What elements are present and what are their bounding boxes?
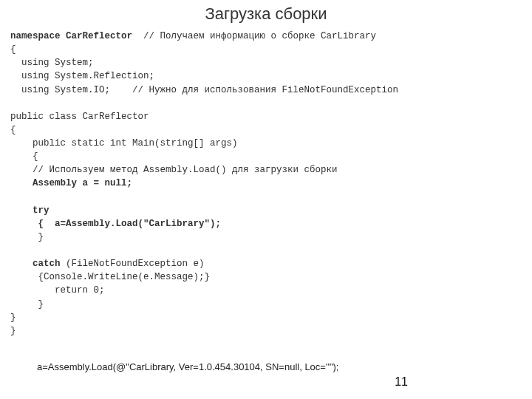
slide-title: Загрузка сборки [0,4,532,24]
code-line: public static int Main(string[] args) [10,138,238,149]
code-line: } [10,232,44,242]
code-line: return 0; [10,285,105,296]
code-line: { [10,151,38,162]
page-number: 11 [395,375,408,389]
code-line: { a=Assembly.Load("CarLibrary"); [10,219,221,229]
code-line: // Получаем информацию о сборке CarLibra… [132,31,376,41]
code-line: using System; [10,58,94,68]
code-line: } [10,299,44,310]
code-line: using System.IO; // Нужно для использова… [10,85,398,95]
code-line: using System.Reflection; [10,71,154,81]
code-line: (FileNotFoundException e) [61,259,205,269]
code-line: namespace CarReflector [10,31,132,41]
footnote-text: a=Assembly.Load(@"CarLibrary, Ver=1.0.45… [37,361,338,372]
code-line: } [10,313,16,323]
code-block: namespace CarReflector // Получаем инфор… [0,30,532,338]
code-line: { [10,44,16,55]
code-line: public class CarReflector [10,112,149,122]
code-line: try [10,205,50,216]
code-line: Assembly a = null; [10,178,132,188]
code-line: {Console.WriteLine(e.Message);} [10,272,210,282]
code-line: } [10,326,16,336]
code-line: { [10,125,16,135]
code-line: catch [10,259,61,269]
code-line: // Используем метод Assembly.Load() для … [10,165,338,175]
